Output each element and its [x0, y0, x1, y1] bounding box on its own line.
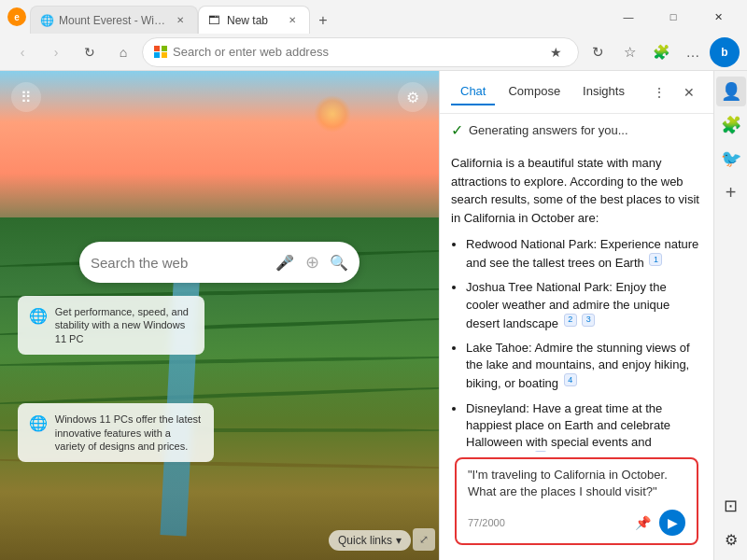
sidebar-bird-icon[interactable]: 🐦 — [716, 144, 746, 174]
copilot-close-button[interactable]: ✕ — [676, 79, 702, 105]
right-sidebar: 👤 🧩 🐦 + ⊡ ⚙ — [713, 71, 747, 560]
send-button[interactable]: ▶ — [659, 510, 685, 536]
chat-input-text[interactable]: "I'm traveling to California in October.… — [468, 467, 685, 504]
sidebar-wishlist-icon[interactable]: 🧩 — [716, 110, 746, 140]
tab-bar: 🌐 Mount Everest - Wikipedia ✕ 🗔 New tab … — [30, 0, 603, 34]
copilot-header: Chat Compose Insights ⋮ ✕ — [440, 71, 713, 114]
copilot-button[interactable]: b — [710, 37, 740, 67]
nav-right-actions: ↻ ☆ 🧩 … b — [583, 37, 740, 67]
favorites-button[interactable]: ★ — [544, 41, 567, 63]
tab-new-tab[interactable]: 🗔 New tab ✕ — [198, 6, 310, 34]
citation-badge[interactable]: 4 — [564, 373, 577, 386]
sidebar-add-icon[interactable]: + — [716, 177, 746, 207]
char-count: 77/2000 — [468, 517, 505, 528]
tab1-close[interactable]: ✕ — [173, 13, 188, 28]
browser-refresh-button[interactable]: ↻ — [583, 37, 613, 67]
collections-button[interactable]: ☆ — [614, 37, 644, 67]
globe-icon-1: 🌐 — [29, 307, 48, 325]
generating-status: ✓ Generating answers for you... — [440, 114, 713, 147]
sidebar-page-icon[interactable]: ⊡ — [716, 491, 746, 521]
microsoft-logo — [154, 46, 167, 59]
tab-chat[interactable]: Chat — [451, 78, 495, 105]
copilot-panel: Chat Compose Insights ⋮ ✕ ✓ Generating a… — [439, 71, 713, 560]
list-item: Disneyland: Have a great time at the hap… — [466, 400, 702, 452]
maximize-button[interactable]: □ — [652, 2, 695, 32]
promo-text-1: Get performance, speed, and stability wi… — [55, 305, 193, 345]
voice-search-button[interactable]: 🎤 — [275, 249, 295, 275]
more-actions-button[interactable]: … — [678, 37, 708, 67]
close-button[interactable]: ✕ — [697, 2, 740, 32]
back-button[interactable]: ‹ — [7, 37, 37, 67]
browser-frame: e 🌐 Mount Everest - Wikipedia ✕ 🗔 New ta… — [0, 0, 747, 560]
extensions-button[interactable]: 🧩 — [646, 37, 676, 67]
search-submit-button[interactable]: 🔍 — [329, 249, 348, 275]
list-item: Lake Tahoe: Admire the stunning views of… — [466, 340, 702, 393]
tab-mount-everest[interactable]: 🌐 Mount Everest - Wikipedia ✕ — [30, 6, 198, 34]
minimize-button[interactable]: — — [607, 2, 650, 32]
copilot-more-button[interactable]: ⋮ — [646, 79, 672, 105]
chat-input-wrapper: "I'm traveling to California in October.… — [440, 452, 713, 560]
search-input[interactable] — [91, 255, 268, 271]
chat-intro-text: California is a beautiful state with man… — [451, 154, 702, 227]
tab2-close[interactable]: ✕ — [285, 13, 300, 28]
chat-input-footer: 77/2000 📌 ▶ — [468, 510, 685, 536]
new-tab-button[interactable]: + — [310, 7, 336, 34]
reload-button[interactable]: ↻ — [75, 37, 105, 67]
tab1-favicon: 🌐 — [40, 14, 53, 27]
status-check-icon: ✓ — [451, 121, 463, 139]
quick-links-bar[interactable]: Quick links ▾ — [329, 530, 411, 551]
page-settings-button[interactable]: ⚙ — [398, 82, 428, 112]
pin-button[interactable]: 📌 — [631, 511, 654, 534]
promo-card-2[interactable]: 🌐 Windows 11 PCs offer the latest innova… — [18, 403, 214, 462]
window-controls: — □ ✕ — [607, 2, 740, 32]
title-bar: e 🌐 Mount Everest - Wikipedia ✕ 🗔 New ta… — [0, 0, 747, 34]
citation-badge[interactable]: 3 — [582, 314, 595, 327]
quick-links-chevron: ▾ — [396, 534, 402, 547]
citation-badge[interactable]: 2 — [564, 314, 577, 327]
sidebar-settings-icon[interactable]: ⚙ — [716, 525, 746, 554]
promo-text-2: Windows 11 PCs offer the latest innovati… — [55, 413, 203, 453]
promo-card-1[interactable]: 🌐 Get performance, speed, and stability … — [18, 296, 204, 355]
new-tab-page: ⠿ ⚙ 🎤 ⊕ 🔍 🌐 Get performance, speed, and … — [0, 71, 439, 560]
navigation-bar: ‹ › ↻ ⌂ ★ ↻ ☆ 🧩 … b — [0, 34, 747, 71]
copilot-header-actions: ⋮ ✕ — [646, 79, 702, 105]
tab-compose[interactable]: Compose — [499, 78, 570, 105]
tab-insights[interactable]: Insights — [573, 78, 634, 105]
tab2-title: New tab — [227, 14, 279, 27]
search-container: 🎤 ⊕ 🔍 — [79, 242, 359, 283]
list-item: Joshua Tree National Park: Enjoy the coo… — [466, 279, 702, 332]
globe-icon-2: 🌐 — [29, 414, 48, 432]
search-box: 🎤 ⊕ 🔍 — [79, 242, 359, 283]
sky — [0, 71, 439, 242]
home-button[interactable]: ⌂ — [108, 37, 138, 67]
citation-badge[interactable]: 1 — [649, 253, 662, 266]
chat-input-area[interactable]: "I'm traveling to California in October.… — [455, 457, 698, 545]
generating-text: Generating answers for you... — [469, 123, 628, 137]
tab1-title: Mount Everest - Wikipedia — [59, 14, 167, 27]
customize-button[interactable]: ⠿ — [11, 82, 41, 112]
forward-button[interactable]: › — [41, 37, 71, 67]
tab2-favicon: 🗔 — [208, 14, 221, 27]
address-input[interactable] — [173, 45, 539, 59]
sidebar-profile-icon[interactable]: 👤 — [716, 77, 746, 106]
list-item: Redwood National Park: Experience nature… — [466, 236, 702, 272]
quick-links-label: Quick links — [338, 534, 392, 547]
chat-list: Redwood National Park: Experience nature… — [451, 236, 702, 452]
chat-content: California is a beautiful state with man… — [440, 147, 713, 452]
visual-search-button[interactable]: ⊕ — [303, 249, 322, 275]
content-area: ⠿ ⚙ 🎤 ⊕ 🔍 🌐 Get performance, speed, and … — [0, 71, 747, 560]
expand-button[interactable]: ⤢ — [413, 528, 435, 551]
browser-icon: e — [7, 7, 26, 26]
address-bar-actions: ★ — [544, 41, 567, 63]
address-bar[interactable]: ★ — [142, 37, 579, 67]
